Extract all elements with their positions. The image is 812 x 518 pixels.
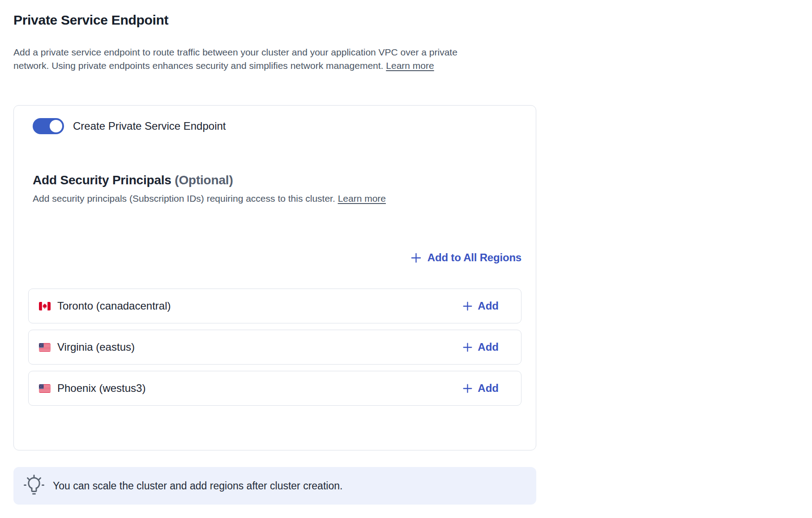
optional-label: (Optional) [175,173,233,187]
canada-flag-icon [39,302,51,310]
us-flag-icon [39,384,51,393]
private-service-endpoint-section: Private Service Endpoint Add a private s… [13,0,537,505]
region-name: Toronto (canadacentral) [57,300,462,312]
toggle-label: Create Private Service Endpoint [73,120,226,132]
page-description-line2-text: network. Using private endpoints enhance… [13,60,383,71]
page-title: Private Service Endpoint [13,13,537,28]
page-description: Add a private service endpoint to route … [13,46,537,72]
security-principals-description: Add security principals (Subscription ID… [33,192,521,205]
region-row-virginia: Virginia (eastus) Add [28,330,521,365]
create-endpoint-toggle[interactable] [33,118,64,134]
region-row-toronto: Toronto (canadacentral) Add [28,289,521,323]
region-name: Phoenix (westus3) [57,382,462,395]
page-description-line2: network. Using private endpoints enhance… [13,59,537,72]
add-region-button-phoenix[interactable]: Add [462,382,499,395]
info-banner-text: You can scale the cluster and add region… [53,480,342,492]
add-to-all-regions-button[interactable]: Add to All Regions [410,251,521,264]
security-principals-heading: Add Security Principals (Optional) [33,173,521,187]
plus-icon [410,252,422,264]
add-to-all-regions-row: Add to All Regions [28,251,521,264]
plus-icon [462,301,473,312]
add-to-all-regions-label: Add to All Regions [427,251,521,264]
lightbulb-icon [21,473,47,498]
security-principals-heading-text: Add Security Principals [33,173,171,187]
security-principals-description-text: Add security principals (Subscription ID… [33,193,335,204]
page-description-line1: Add a private service endpoint to route … [13,46,537,59]
plus-icon [462,342,473,353]
security-learn-more-link[interactable]: Learn more [338,193,386,204]
us-flag-icon [39,343,51,352]
add-region-label: Add [478,382,499,395]
add-region-button-toronto[interactable]: Add [462,300,499,312]
plus-icon [462,383,473,394]
region-list: Toronto (canadacentral) Add [28,289,521,406]
info-banner: You can scale the cluster and add region… [13,467,536,505]
add-region-label: Add [478,341,499,353]
add-region-button-virginia[interactable]: Add [462,341,499,353]
region-row-phoenix: Phoenix (westus3) Add [28,371,521,406]
private-endpoint-card: Create Private Service Endpoint Add Secu… [13,105,536,450]
toggle-knob [50,120,62,132]
toggle-row: Create Private Service Endpoint [33,118,521,134]
region-name: Virginia (eastus) [57,341,462,353]
learn-more-link[interactable]: Learn more [386,60,434,71]
add-region-label: Add [478,300,499,312]
